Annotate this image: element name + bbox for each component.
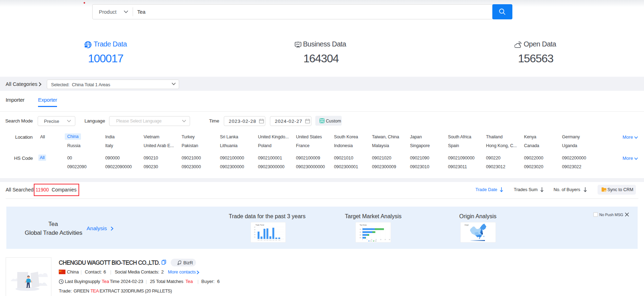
svg-text:5-23: 5-23: [260, 240, 263, 241]
svg-text:FR: FR: [360, 237, 361, 239]
svg-text:DE: DE: [360, 234, 361, 236]
svg-text:18: 18: [254, 234, 255, 235]
svg-text:15: 15: [254, 237, 255, 238]
svg-text:Origin: Origin: [465, 224, 469, 226]
svg-text:1-24: 1-24: [272, 240, 274, 241]
svg-text:Trade Trend: Trade Trend: [255, 224, 264, 226]
svg-text:Sum: Sum: [370, 240, 372, 242]
svg-text:20: 20: [380, 239, 381, 240]
svg-text:0: 0: [362, 239, 363, 240]
svg-text:7-23: 7-23: [264, 240, 266, 241]
svg-text:11-23: 11-23: [269, 240, 272, 241]
svg-text:30: 30: [389, 239, 390, 240]
svg-text:Top Areas: Top Areas: [360, 224, 367, 226]
svg-text:2-24: 2-24: [275, 240, 277, 241]
svg-text:24: 24: [254, 229, 255, 231]
svg-text:3-23: 3-23: [258, 240, 260, 241]
svg-text:25: 25: [385, 239, 386, 240]
svg-text:US: US: [360, 229, 361, 230]
svg-text:UK: UK: [360, 232, 361, 233]
svg-text:Num: Num: [374, 240, 377, 242]
svg-text:3-24: 3-24: [278, 240, 280, 241]
svg-text:27: 27: [254, 227, 255, 228]
svg-text:21: 21: [254, 232, 255, 233]
svg-text:9-23: 9-23: [266, 240, 269, 241]
svg-text:5: 5: [367, 239, 367, 240]
